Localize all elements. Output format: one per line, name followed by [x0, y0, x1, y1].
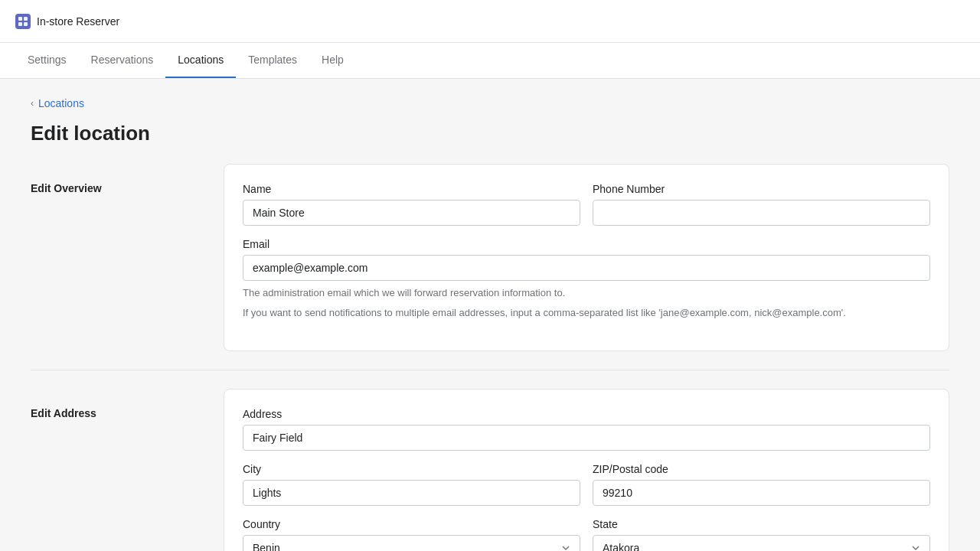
- address-section-label: Edit Address: [31, 389, 199, 551]
- city-input[interactable]: [243, 480, 580, 506]
- phone-group: Phone Number: [593, 183, 930, 226]
- name-label: Name: [243, 183, 580, 195]
- country-state-row: Country Benin State Atakora: [243, 518, 930, 551]
- state-select[interactable]: Atakora: [593, 535, 930, 551]
- svg-rect-3: [24, 22, 28, 26]
- name-group: Name: [243, 183, 580, 226]
- tab-help[interactable]: Help: [309, 43, 356, 78]
- overview-section: Edit Overview Name Phone Number Email: [31, 164, 949, 351]
- address-section: Edit Address Address City ZIP/Postal cod…: [31, 389, 949, 551]
- address-label: Address: [243, 408, 930, 420]
- zip-input[interactable]: [593, 480, 930, 506]
- app-brand: In-store Reserver: [15, 14, 119, 29]
- address-label-text: Edit Address: [31, 407, 199, 419]
- app-bar: In-store Reserver: [0, 0, 980, 43]
- address-card: Address City ZIP/Postal code Country: [224, 389, 949, 551]
- city-zip-row: City ZIP/Postal code: [243, 463, 930, 506]
- address-input[interactable]: [243, 425, 930, 451]
- email-group: Email The administration email which we …: [243, 238, 930, 320]
- phone-input[interactable]: [593, 200, 930, 226]
- app-title: In-store Reserver: [37, 15, 119, 28]
- section-divider: [31, 370, 949, 370]
- name-phone-row: Name Phone Number: [243, 183, 930, 226]
- email-row: Email The administration email which we …: [243, 238, 930, 320]
- breadcrumb: ‹ Locations: [31, 97, 949, 109]
- country-select[interactable]: Benin: [243, 535, 580, 551]
- state-group: State Atakora: [593, 518, 930, 551]
- overview-card: Name Phone Number Email The administrati…: [224, 164, 949, 351]
- address-group: Address: [243, 408, 930, 451]
- zip-group: ZIP/Postal code: [593, 463, 930, 506]
- email-hint-2: If you want to send notifications to mul…: [243, 305, 930, 321]
- tab-templates[interactable]: Templates: [236, 43, 309, 78]
- phone-label: Phone Number: [593, 183, 930, 195]
- svg-rect-1: [24, 17, 28, 21]
- app-icon: [15, 14, 31, 29]
- country-label: Country: [243, 518, 580, 530]
- city-group: City: [243, 463, 580, 506]
- name-input[interactable]: [243, 200, 580, 226]
- email-label: Email: [243, 238, 930, 250]
- main-content: ‹ Locations Edit location Edit Overview …: [15, 79, 965, 551]
- nav-tabs: Settings Reservations Locations Template…: [0, 43, 980, 79]
- overview-section-label: Edit Overview: [31, 164, 199, 351]
- breadcrumb-link[interactable]: Locations: [38, 97, 84, 109]
- tab-settings[interactable]: Settings: [15, 43, 79, 78]
- state-label: State: [593, 518, 930, 530]
- page-title: Edit location: [31, 122, 949, 145]
- email-hint-1: The administration email which we will f…: [243, 285, 930, 301]
- tab-locations[interactable]: Locations: [165, 43, 236, 78]
- svg-rect-2: [18, 22, 22, 26]
- breadcrumb-arrow-icon: ‹: [31, 98, 34, 109]
- city-label: City: [243, 463, 580, 475]
- tab-reservations[interactable]: Reservations: [79, 43, 166, 78]
- zip-label: ZIP/Postal code: [593, 463, 930, 475]
- country-group: Country Benin: [243, 518, 580, 551]
- overview-label-text: Edit Overview: [31, 182, 199, 194]
- svg-rect-0: [18, 17, 22, 21]
- address-row: Address: [243, 408, 930, 451]
- email-input[interactable]: [243, 255, 930, 281]
